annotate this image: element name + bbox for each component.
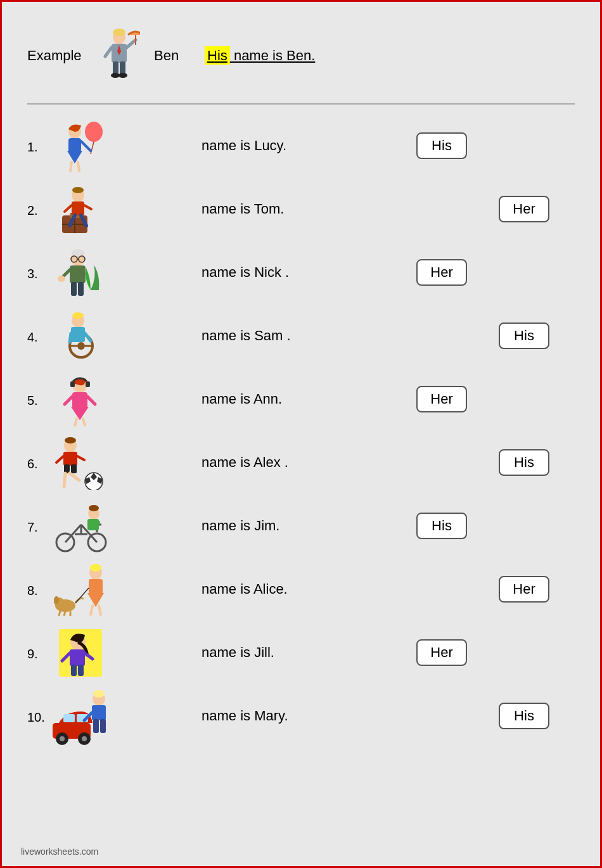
figure-7: [53, 499, 110, 553]
row-number: 2.: [27, 200, 49, 218]
row-figure: [49, 182, 113, 236]
svg-rect-24: [72, 201, 84, 215]
svg-point-106: [93, 690, 105, 698]
table-row: 5.: [27, 371, 575, 428]
svg-line-8: [127, 40, 136, 48]
footer: liveworksheets.com: [21, 846, 98, 857]
svg-rect-38: [78, 282, 84, 296]
svg-point-11: [85, 122, 103, 142]
answer-box-4[interactable]: His: [499, 322, 549, 349]
row-number: 5.: [27, 390, 49, 408]
svg-rect-14: [68, 138, 81, 152]
example-name: Ben: [154, 48, 192, 64]
svg-rect-87: [89, 579, 103, 594]
svg-line-17: [81, 141, 91, 151]
svg-line-66: [77, 456, 84, 460]
figure-10: [49, 686, 113, 746]
svg-line-56: [83, 419, 85, 426]
svg-point-1: [113, 29, 125, 36]
answer-box-2[interactable]: Her: [499, 196, 549, 222]
figure-8: [53, 563, 110, 616]
row-figure: [49, 246, 113, 300]
answer-box-10[interactable]: His: [499, 703, 549, 729]
svg-rect-107: [92, 705, 106, 720]
answer-box-8[interactable]: Her: [499, 576, 549, 603]
svg-point-104: [82, 736, 87, 741]
svg-line-15: [70, 162, 72, 171]
footer-text: liveworksheets.com: [21, 846, 98, 857]
row-figure: [49, 373, 113, 426]
svg-point-45: [72, 312, 84, 319]
figure-9: [56, 626, 106, 680]
table-row: 8.: [27, 561, 575, 618]
svg-rect-109: [93, 719, 99, 733]
row-sentence: name is Jill.: [119, 644, 575, 661]
svg-line-89: [99, 606, 101, 615]
row-sentence: name is Ann.: [119, 391, 575, 407]
row-figure: [49, 119, 113, 173]
svg-rect-34: [70, 265, 86, 283]
svg-line-47: [70, 333, 71, 342]
answer-box-1[interactable]: His: [416, 132, 467, 159]
ben-illustration: [99, 27, 140, 84]
svg-line-88: [91, 606, 93, 615]
row-sentence: name is Jim.: [119, 518, 575, 534]
svg-point-30: [72, 249, 84, 257]
answer-box-9[interactable]: Her: [416, 639, 467, 666]
svg-point-76: [89, 505, 99, 511]
svg-line-16: [78, 162, 79, 171]
divider: [27, 103, 575, 105]
row-figure: [49, 626, 113, 680]
row-number: 9.: [27, 644, 49, 661]
svg-point-23: [72, 187, 84, 193]
svg-rect-96: [71, 665, 77, 676]
table-row: 7.: [27, 497, 575, 554]
answer-box-7[interactable]: His: [416, 513, 467, 539]
svg-line-78: [97, 522, 99, 528]
svg-line-82: [59, 611, 60, 616]
example-sentence: His name is Ben.: [205, 48, 315, 64]
row-sentence: name is Lucy.: [119, 137, 575, 154]
answer-box-5[interactable]: Her: [416, 386, 467, 412]
svg-line-65: [56, 456, 63, 463]
svg-rect-50: [70, 381, 75, 387]
row-figure: [49, 563, 113, 616]
svg-rect-52: [72, 392, 87, 408]
table-row: 9.: [27, 624, 575, 681]
svg-point-7: [118, 73, 127, 78]
answer-box-6[interactable]: His: [499, 449, 549, 476]
svg-line-90: [75, 588, 89, 603]
example-row: Example: [27, 27, 575, 84]
highlighted-his: His: [205, 46, 230, 65]
exercise-rows: 1.: [27, 117, 575, 744]
svg-rect-97: [78, 665, 84, 676]
row-number: 6.: [27, 454, 49, 471]
answer-box-3[interactable]: Her: [416, 259, 467, 286]
svg-line-53: [65, 397, 72, 404]
svg-line-83: [64, 611, 65, 616]
page: Example: [0, 0, 602, 868]
svg-rect-51: [86, 381, 90, 387]
table-row: 3.: [27, 244, 575, 301]
svg-point-59: [65, 437, 76, 444]
svg-point-103: [60, 736, 65, 741]
row-figure: [49, 499, 113, 553]
svg-line-55: [75, 419, 77, 426]
svg-line-63: [70, 473, 79, 480]
svg-point-81: [54, 596, 59, 604]
row-number: 7.: [27, 517, 49, 535]
example-label: Example: [27, 48, 84, 64]
svg-rect-37: [71, 282, 77, 296]
svg-line-64: [64, 473, 65, 487]
table-row: 1.: [27, 117, 575, 174]
row-number: 8.: [27, 580, 49, 598]
example-figure: [97, 27, 141, 84]
row-number: 4.: [27, 327, 49, 345]
row-figure: [49, 309, 113, 363]
row-number: 3.: [27, 264, 49, 281]
svg-point-6: [111, 73, 120, 78]
table-row: 10.: [27, 687, 575, 744]
svg-line-12: [91, 142, 94, 154]
svg-rect-93: [70, 649, 85, 666]
svg-rect-62: [71, 464, 77, 473]
